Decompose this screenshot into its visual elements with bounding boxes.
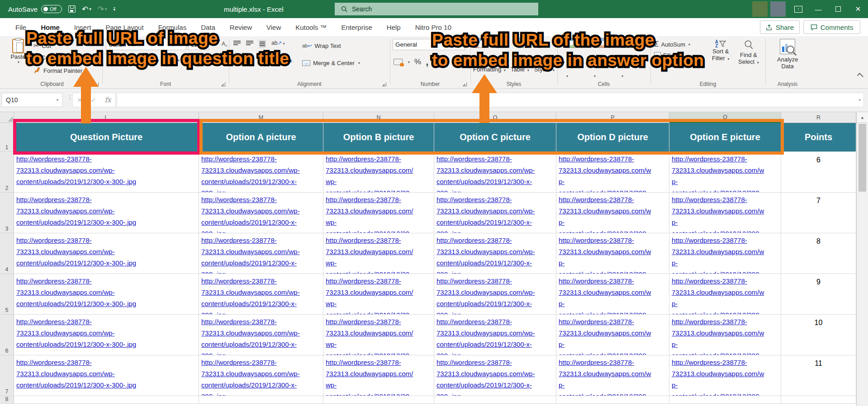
name-box[interactable]: Q10 ▾ [1,93,63,107]
accounting-format-icon[interactable] [394,59,403,65]
cell-R5-points[interactable]: 9 [781,274,856,315]
undo-button[interactable]: ↶▾ [82,5,91,14]
formula-expand-icon[interactable]: ▾ [859,98,861,102]
cell-L7-url-link[interactable]: http://wordpress-238778-732313.cloudways… [14,355,199,396]
row-header-1[interactable]: 1 [0,123,14,152]
save-icon[interactable] [68,5,76,13]
cell-N2-url-link[interactable]: http://wordpress-238778-732313.cloudways… [323,152,434,193]
cell-O5-url-link[interactable]: http://wordpress-238778-732313.cloudways… [434,274,556,315]
cell-O3-url-link[interactable]: http://wordpress-238778-732313.cloudways… [434,193,556,233]
share-button[interactable]: Share [760,20,800,34]
cell-Q7-url-link[interactable]: http://wordpress-238778-732313.cloudways… [669,355,781,396]
autosave-toggle[interactable]: AutoSave Off [8,5,62,13]
autosave-pill[interactable]: Off [41,5,62,13]
cell-M2-url-link[interactable]: http://wordpress-238778-732313.cloudways… [199,152,323,193]
comma-style-button[interactable]: , [426,56,428,68]
cell-Q5-url-link[interactable]: http://wordpress-238778-732313.cloudways… [669,274,781,315]
row-header-6[interactable]: 6 [0,315,14,355]
select-all-corner[interactable] [0,112,14,123]
cell-M4-url-link[interactable]: http://wordpress-238778-732313.cloudways… [199,233,323,274]
redo-button[interactable]: ↷▾ [98,5,107,14]
cell-O4-url-link[interactable]: http://wordpress-238778-732313.cloudways… [434,233,556,274]
minimize-button[interactable]: — [808,0,828,18]
cell-P7-url-link[interactable]: http://wordpress-238778-732313.cloudways… [556,355,669,396]
row-header-8[interactable]: 8 [0,396,14,404]
cell-R3-points[interactable]: 7 [781,193,856,233]
cell-L2-url-link[interactable]: http://wordpress-238778-732313.cloudways… [14,152,199,193]
analyze-data-button[interactable]: AnalyzeData [777,39,798,70]
cell-P4-url-link[interactable]: http://wordpress-238778-732313.cloudways… [556,233,669,274]
cell-O7-url-link[interactable]: http://wordpress-238778-732313.cloudways… [434,355,556,396]
restore-button[interactable] [828,0,848,18]
cell-R8-empty[interactable] [781,396,856,404]
alignment-dialog-launcher[interactable] [382,82,386,86]
name-box-dropdown-icon[interactable]: ▾ [52,98,62,102]
wrap-text-button[interactable]: ab↩ Wrap Text [302,42,341,49]
cell-L5-url-link[interactable]: http://wordpress-238778-732313.cloudways… [14,274,199,315]
column-header-R[interactable]: R [781,112,856,123]
row-header-4[interactable]: 4 [0,233,14,274]
cell-Q8-empty[interactable] [669,396,781,404]
cell-R6-points[interactable]: 10 [781,315,856,355]
row-header-2[interactable]: 2 [0,152,14,193]
cell-N4-url-link[interactable]: http://wordpress-238778-732313.cloudways… [323,233,434,274]
vertical-scrollbar[interactable]: ▲ [856,112,868,406]
cell-O8-empty[interactable] [434,396,556,404]
header-cell-R1[interactable]: Points [781,123,856,152]
merge-center-dropdown-icon[interactable]: ▾ [358,61,360,65]
tab-help[interactable]: Help [379,18,408,36]
cell-N5-url-link[interactable]: http://wordpress-238778-732313.cloudways… [323,274,434,315]
cell-R4-points[interactable]: 8 [781,233,856,274]
format-dropdown-icon[interactable]: ▾ [621,74,623,78]
scroll-up-icon[interactable]: ▲ [857,112,868,123]
cell-M7-url-link[interactable]: http://wordpress-238778-732313.cloudways… [199,355,323,396]
customize-toolbar-icon[interactable]: ▾ [114,7,116,11]
font-dialog-launcher[interactable] [221,82,225,86]
number-dialog-launcher[interactable] [463,82,467,86]
row-header-5[interactable]: 5 [0,274,14,315]
accounting-dropdown-icon[interactable]: ▾ [408,60,410,64]
ribbon-display-options-button[interactable]: ↑ [788,0,808,18]
cell-L4-url-link[interactable]: http://wordpress-238778-732313.cloudways… [14,233,199,274]
find-select-button[interactable]: Find &Select ▾ [738,40,759,65]
user-avatar[interactable] [752,1,768,17]
cell-M5-url-link[interactable]: http://wordpress-238778-732313.cloudways… [199,274,323,315]
cell-L8-empty[interactable] [14,396,199,404]
cell-O6-url-link[interactable]: http://wordpress-238778-732313.cloudways… [434,315,556,355]
search-input[interactable]: Search [335,3,538,15]
cell-Q6-url-link[interactable]: http://wordpress-238778-732313.cloudways… [669,315,781,355]
cell-L6-url-link[interactable]: http://wordpress-238778-732313.cloudways… [14,315,199,355]
redo-dropdown-icon[interactable]: ▾ [105,7,107,11]
cell-L3-url-link[interactable]: http://wordpress-238778-732313.cloudways… [14,193,199,233]
cell-N7-url-link[interactable]: http://wordpress-238778-732313.cloudways… [323,355,434,396]
row-header-7[interactable]: 7 [0,355,14,396]
cell-P5-url-link[interactable]: http://wordpress-238778-732313.cloudways… [556,274,669,315]
cell-M6-url-link[interactable]: http://wordpress-238778-732313.cloudways… [199,315,323,355]
cell-N3-url-link[interactable]: http://wordpress-238778-732313.cloudways… [323,193,434,233]
tab-kutools[interactable]: Kutools ™ [288,18,334,36]
account-avatar[interactable] [770,1,786,17]
percent-style-button[interactable]: % [414,57,421,66]
cell-N6-url-link[interactable]: http://wordpress-238778-732313.cloudways… [323,315,434,355]
cell-M3-url-link[interactable]: http://wordpress-238778-732313.cloudways… [199,193,323,233]
close-button[interactable]: ✕ [848,0,868,18]
undo-dropdown-icon[interactable]: ▾ [89,7,91,11]
cell-Q2-url-link[interactable]: http://wordpress-238778-732313.cloudways… [669,152,781,193]
cell-N8-empty[interactable] [323,396,434,404]
cell-P2-url-link[interactable]: http://wordpress-238778-732313.cloudways… [556,152,669,193]
sort-filter-button[interactable]: AZ Sort &Filter ▾ [712,40,730,61]
cell-R7-points[interactable]: 11 [781,355,856,396]
cell-M8-empty[interactable] [199,396,323,404]
delete-dropdown-icon[interactable]: ▾ [594,74,596,78]
tab-enterprise[interactable]: Enterprise [334,18,379,36]
comments-button[interactable]: Comments [803,20,860,34]
cell-R2-points[interactable]: 6 [781,152,856,193]
insert-dropdown-icon[interactable]: ▾ [566,74,568,78]
cell-Q4-url-link[interactable]: http://wordpress-238778-732313.cloudways… [669,233,781,274]
cell-P8-empty[interactable] [556,396,669,404]
merge-center-button[interactable]: ↔ Merge & Center ▾ [302,60,360,66]
cell-O2-url-link[interactable]: http://wordpress-238778-732313.cloudways… [434,152,556,193]
cell-P6-url-link[interactable]: http://wordpress-238778-732313.cloudways… [556,315,669,355]
collapse-ribbon-icon[interactable] [857,73,863,79]
scrollbar-thumb[interactable] [859,124,866,192]
